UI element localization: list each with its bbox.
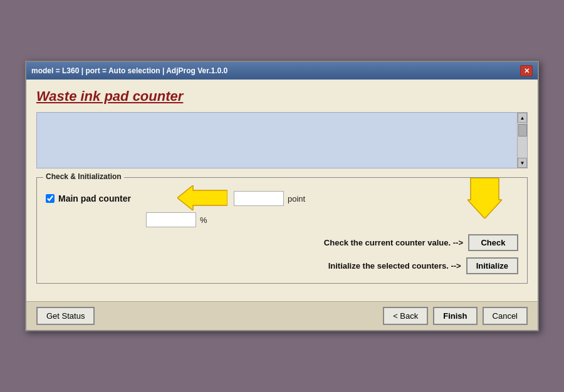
group-box-legend: Check & Initialization bbox=[43, 172, 124, 181]
bottom-left: Get Status bbox=[36, 307, 95, 325]
percent-unit-label: % bbox=[200, 215, 207, 225]
init-row-label: Initialize the selected counters. --> bbox=[328, 261, 461, 271]
close-button[interactable]: ✕ bbox=[520, 65, 533, 76]
initialize-button[interactable]: Initialize bbox=[466, 257, 518, 274]
title-bar: model = L360 | port = Auto selection | A… bbox=[26, 62, 538, 80]
cancel-button[interactable]: Cancel bbox=[483, 307, 528, 325]
main-pad-percent-input[interactable] bbox=[146, 212, 196, 227]
main-window: model = L360 | port = Auto selection | A… bbox=[25, 61, 539, 331]
finish-button[interactable]: Finish bbox=[433, 307, 477, 325]
main-pad-point-input[interactable] bbox=[234, 191, 284, 206]
page-title: Waste ink pad counter bbox=[36, 88, 528, 105]
scrollbar[interactable]: ▲ ▼ bbox=[517, 113, 527, 168]
check-init-group: Check & Initialization Main pad counter bbox=[36, 177, 528, 284]
bottom-right: < Back Finish Cancel bbox=[383, 307, 528, 325]
bottom-bar: Get Status < Back Finish Cancel bbox=[26, 301, 538, 330]
text-display-area: ▲ ▼ bbox=[36, 112, 528, 168]
main-pad-checkbox[interactable] bbox=[46, 194, 55, 203]
get-status-button[interactable]: Get Status bbox=[36, 307, 95, 325]
scrollbar-thumb[interactable] bbox=[518, 124, 527, 137]
title-bar-text: model = L360 | port = Auto selection | A… bbox=[31, 66, 227, 75]
svg-marker-1 bbox=[177, 185, 227, 210]
back-button[interactable]: < Back bbox=[383, 307, 428, 325]
check-action-row: Check the current counter value. --> Che… bbox=[46, 234, 518, 251]
main-pad-label: Main pad counter bbox=[58, 193, 131, 204]
arrow-left-icon bbox=[177, 185, 227, 212]
point-unit-label: point bbox=[288, 194, 305, 204]
scroll-up-button[interactable]: ▲ bbox=[518, 113, 527, 123]
content-area: Waste ink pad counter ▲ ▼ Check & Initia… bbox=[26, 80, 538, 301]
scroll-down-button[interactable]: ▼ bbox=[518, 158, 527, 168]
check-button[interactable]: Check bbox=[468, 234, 518, 251]
counter-row-2: % bbox=[146, 212, 518, 228]
main-pad-checkbox-label[interactable]: Main pad counter bbox=[46, 193, 171, 204]
check-row-label: Check the current counter value. --> bbox=[324, 238, 463, 247]
counter-row-1: Main pad counter point bbox=[46, 189, 518, 208]
init-action-row: Initialize the selected counters. --> In… bbox=[46, 257, 518, 274]
